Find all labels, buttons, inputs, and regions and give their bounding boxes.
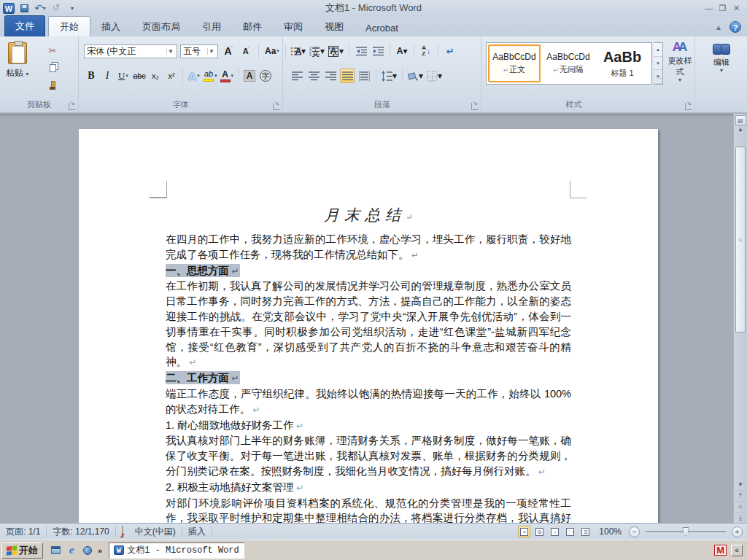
zoom-slider-thumb[interactable] bbox=[683, 527, 689, 536]
scroll-up-icon[interactable]: ▲ bbox=[735, 126, 747, 133]
zoom-in-icon[interactable]: + bbox=[732, 526, 743, 537]
tab-insert[interactable]: 插入 bbox=[90, 17, 131, 36]
outline-view-button[interactable]: ⋮≡ bbox=[564, 526, 576, 537]
language-indicator[interactable]: 中文(中国) bbox=[129, 526, 182, 538]
copy-button[interactable] bbox=[45, 61, 60, 74]
insert-mode-indicator[interactable]: 插入 bbox=[182, 526, 212, 538]
save-button[interactable] bbox=[18, 2, 31, 15]
word-count[interactable]: 字数: 12/1,170 bbox=[47, 526, 115, 538]
taskbar-item-word[interactable]: W 文档1 - Microsoft Word bbox=[109, 542, 244, 559]
restore-button[interactable]: ❐ bbox=[716, 3, 729, 14]
format-painter-button[interactable] bbox=[45, 79, 60, 92]
next-page-icon[interactable]: ⤓ bbox=[735, 512, 747, 523]
grow-font-button[interactable]: Aˆ bbox=[221, 44, 236, 58]
full-screen-reading-button[interactable]: ⧉ bbox=[533, 526, 546, 537]
subscript-button[interactable]: x₂ bbox=[148, 69, 163, 83]
numbering-button[interactable]: 123 ▾ bbox=[309, 44, 325, 58]
bold-button[interactable]: B bbox=[84, 69, 98, 83]
zoom-level[interactable]: 100% bbox=[595, 526, 626, 537]
previous-page-icon[interactable]: ⤒ bbox=[735, 490, 747, 501]
messenger-icon[interactable] bbox=[82, 545, 93, 556]
borders-button[interactable]: ▾ bbox=[426, 69, 443, 83]
shrink-font-button[interactable]: Aˇ bbox=[239, 44, 253, 58]
decrease-indent-button[interactable] bbox=[354, 44, 368, 58]
style-card-no-spacing[interactable]: AaBbCcDd ↵无间隔 bbox=[542, 44, 595, 82]
change-case-button[interactable]: Aa▾ bbox=[264, 44, 280, 58]
internet-explorer-icon[interactable]: e bbox=[66, 545, 77, 556]
font-name-combo[interactable]: 宋体 (中文正 ▼ bbox=[84, 44, 177, 58]
tab-page-layout[interactable]: 页面布局 bbox=[131, 17, 191, 36]
zoom-out-icon[interactable]: − bbox=[629, 526, 640, 537]
collapse-ribbon-icon[interactable]: ▲ bbox=[715, 23, 722, 31]
text-effects-button[interactable]: A▾ bbox=[187, 69, 201, 83]
tray-m-icon[interactable]: M bbox=[714, 545, 727, 556]
justify-button[interactable] bbox=[340, 69, 355, 83]
ruler-toggle-icon[interactable]: ▤ bbox=[735, 115, 746, 125]
scroll-down-icon[interactable]: ▼ bbox=[735, 479, 747, 490]
help-icon[interactable]: ? bbox=[729, 21, 741, 33]
gallery-more-icon[interactable]: ▼̲ bbox=[654, 70, 662, 84]
vertical-scrollbar[interactable]: ▤ ▲ ▼ ⤒ ○ ⤓ bbox=[733, 114, 747, 523]
minimize-button[interactable]: — bbox=[703, 3, 715, 14]
tab-review[interactable]: 审阅 bbox=[273, 17, 314, 36]
tab-view[interactable]: 视图 bbox=[314, 17, 355, 36]
tab-home[interactable]: 开始 bbox=[48, 16, 90, 36]
document-canvas[interactable]: 月末总结↵ 在四月的工作中，我努力适应新的工作环境，虚心学习，埋头工作，履行职责… bbox=[0, 114, 733, 523]
show-hide-marks-button[interactable]: ↵ bbox=[443, 44, 457, 58]
bullets-button[interactable]: ▾ bbox=[290, 44, 306, 58]
paste-button[interactable]: 粘贴 ▾ bbox=[6, 36, 28, 79]
close-button[interactable]: ✕ bbox=[730, 3, 743, 14]
font-size-combo[interactable]: 五号 ▼ bbox=[180, 44, 218, 58]
distribute-button[interactable] bbox=[357, 69, 371, 83]
shading-button[interactable]: ▾ bbox=[407, 69, 424, 83]
character-shading-button[interactable]: A bbox=[242, 69, 257, 83]
font-color-button[interactable]: A ▾ bbox=[220, 69, 235, 83]
font-dialog-launcher-icon[interactable] bbox=[273, 103, 280, 110]
line-spacing-button[interactable]: ▾ bbox=[381, 69, 398, 83]
word-logo-icon[interactable]: W bbox=[3, 3, 15, 14]
scrollbar-thumb[interactable] bbox=[735, 147, 746, 332]
underline-button[interactable]: U▾ bbox=[116, 69, 131, 83]
text-highlight-button[interactable]: ab ▾ bbox=[203, 69, 218, 83]
tab-references[interactable]: 引用 bbox=[191, 17, 232, 36]
document-text[interactable]: 月末总结↵ 在四月的工作中，我努力适应新的工作环境，虚心学习，埋头工作，履行职责… bbox=[166, 205, 571, 523]
print-layout-view-button[interactable]: ≡ bbox=[518, 526, 530, 537]
italic-button[interactable]: I bbox=[100, 69, 115, 83]
style-card-heading1[interactable]: AaBb 标题 1 bbox=[596, 44, 649, 82]
increase-indent-button[interactable] bbox=[371, 44, 385, 58]
redo-button[interactable]: ↺ bbox=[50, 2, 63, 15]
undo-button[interactable]: ↶▾ bbox=[34, 2, 47, 15]
tab-file[interactable]: 文件 bbox=[4, 15, 45, 36]
draft-view-button[interactable]: ☰ bbox=[579, 526, 592, 537]
align-left-button[interactable] bbox=[290, 69, 304, 83]
enclose-characters-button[interactable]: 字 bbox=[258, 69, 273, 83]
select-browse-object-icon[interactable]: ○ bbox=[735, 501, 747, 512]
web-layout-button[interactable]: ♁ bbox=[549, 526, 561, 537]
customize-qat-button[interactable]: ▾ bbox=[66, 2, 79, 15]
start-button[interactable]: 开始 bbox=[1, 542, 43, 559]
proofing-status[interactable] bbox=[116, 526, 129, 537]
editing-button[interactable]: 编辑 ▼ bbox=[696, 44, 747, 73]
zoom-slider[interactable] bbox=[646, 531, 726, 532]
align-center-button[interactable] bbox=[306, 69, 321, 83]
asian-layout-button[interactable]: A▾ bbox=[395, 44, 409, 58]
tab-mailings[interactable]: 邮件 bbox=[232, 17, 273, 36]
gallery-scroll-up-icon[interactable]: ▲ bbox=[654, 43, 662, 57]
sort-button[interactable]: AZ ↓ bbox=[419, 44, 433, 58]
clipboard-dialog-launcher-icon[interactable] bbox=[69, 103, 76, 110]
change-styles-button[interactable]: AA 更改样式 ▼ bbox=[666, 41, 694, 82]
quick-launch-overflow-icon[interactable]: » bbox=[98, 546, 102, 555]
show-desktop-icon[interactable] bbox=[50, 545, 61, 556]
cut-button[interactable]: ✂ bbox=[45, 44, 60, 57]
gallery-scroll-down-icon[interactable]: ▼ bbox=[654, 57, 662, 71]
align-right-button[interactable] bbox=[323, 69, 338, 83]
multilevel-list-button[interactable]: ▾ bbox=[328, 44, 344, 58]
tab-acrobat[interactable]: Acrobat bbox=[355, 19, 409, 36]
page-indicator[interactable]: 页面: 1/1 bbox=[0, 526, 46, 538]
tray-collapse-icon[interactable]: « bbox=[731, 545, 743, 556]
style-card-normal[interactable]: AaBbCcDd ↵正文 bbox=[488, 44, 541, 82]
strikethrough-button[interactable]: abc bbox=[132, 69, 147, 83]
styles-dialog-launcher-icon[interactable] bbox=[685, 103, 692, 110]
superscript-button[interactable]: x² bbox=[164, 69, 179, 83]
document-page[interactable]: 月末总结↵ 在四月的工作中，我努力适应新的工作环境，虚心学习，埋头工作，履行职责… bbox=[79, 129, 658, 523]
